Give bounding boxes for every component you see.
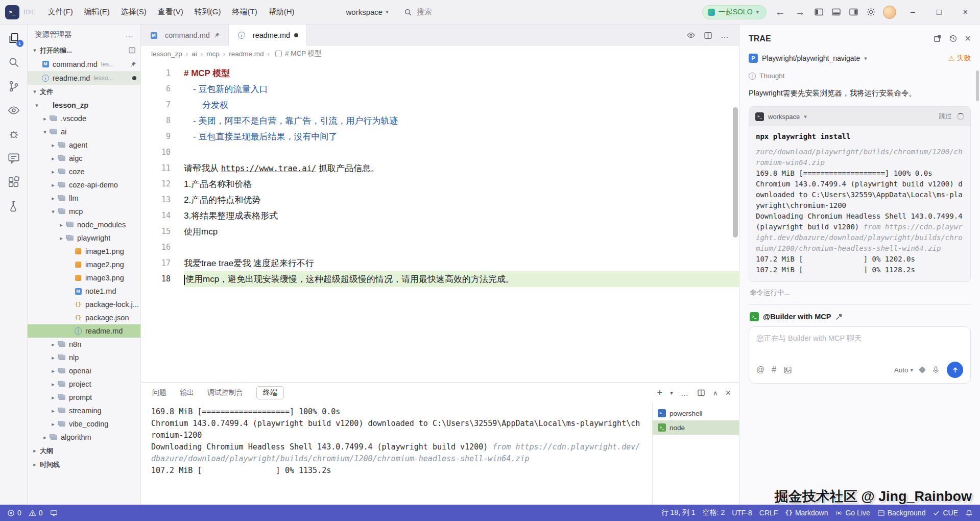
debug-bug-icon[interactable] <box>7 128 20 141</box>
tree-item[interactable]: lesson_zp <box>28 99 140 112</box>
tree-item[interactable]: streaming <box>28 404 140 417</box>
search-sidebar-icon[interactable] <box>7 56 20 69</box>
outline-section-header[interactable]: 大纲 <box>28 444 140 458</box>
attach-image-icon[interactable] <box>783 366 792 374</box>
remote-monitor-indicator[interactable] <box>50 509 58 517</box>
terminal-session[interactable]: node <box>653 420 739 435</box>
pin-icon[interactable] <box>130 61 136 67</box>
tree-item[interactable]: openai <box>28 364 140 377</box>
source-control-icon[interactable] <box>7 80 20 93</box>
panel-tab[interactable]: 终端 <box>256 386 284 399</box>
preview-eye-icon[interactable] <box>7 104 20 117</box>
files-section-header[interactable]: 文件 <box>28 85 140 99</box>
window-close-button[interactable]: × <box>956 6 975 19</box>
back-button[interactable]: ← <box>774 7 786 18</box>
eol-sequence[interactable]: CRLF <box>759 509 778 517</box>
encoding[interactable]: UTF-8 <box>732 509 752 517</box>
editor-line[interactable]: 分发权 <box>184 97 739 113</box>
editor-line[interactable]: - 豆包新的流量入口 <box>184 81 739 97</box>
cue-button[interactable]: CUE <box>933 509 958 517</box>
command-card-output[interactable]: npx playwright installzure/download/play… <box>749 126 970 281</box>
skip-button[interactable]: 跳过 <box>939 112 952 121</box>
url-link[interactable]: https://www.trae.ai/ <box>221 164 317 173</box>
tree-item[interactable]: coze <box>28 165 140 178</box>
tree-item[interactable]: .vscode <box>28 112 140 125</box>
go-live-button[interactable]: Go Live <box>835 509 870 517</box>
toggle-bottom-panel-icon[interactable] <box>831 7 841 17</box>
tree-item[interactable]: playwright <box>28 231 140 245</box>
editor-line[interactable] <box>184 145 739 160</box>
code-editor[interactable]: 16789101112131415161718 # MCP 模型 - 豆包新的流… <box>141 61 739 382</box>
window-minimize-button[interactable]: – <box>903 6 922 19</box>
pin-icon[interactable] <box>214 32 220 38</box>
modified-dot-icon[interactable] <box>294 33 298 37</box>
editor-line[interactable]: - 豆包直接呈现最后结果，没有中间了 <box>184 129 739 145</box>
app-logo[interactable]: >_ <box>5 5 19 19</box>
explorer-icon[interactable]: 1 <box>7 32 20 45</box>
maximize-panel-icon[interactable]: ∧ <box>713 389 718 397</box>
editor-line[interactable]: # MCP 模型 <box>184 65 739 81</box>
toggle-left-panel-icon[interactable] <box>814 7 824 17</box>
editor-line[interactable]: 2.产品的特点和优势 <box>184 192 739 208</box>
editor-line[interactable] <box>184 240 739 255</box>
mic-icon[interactable] <box>931 366 940 374</box>
terminal-dropdown-icon[interactable]: ▾ <box>670 389 673 396</box>
breadcrumb-item[interactable]: lesson_zp <box>151 50 192 58</box>
open-editors-header[interactable]: 打开的编... <box>28 43 140 57</box>
panel-tab[interactable]: 问题 <box>152 388 166 397</box>
tool-call-row[interactable]: P Playwright/playwright_navigate ▾ ⚠ 失败 <box>749 50 971 67</box>
sidebar-more-icon[interactable]: … <box>125 30 134 39</box>
solo-button[interactable]: 一起SOLO ▾ <box>702 5 767 19</box>
new-terminal-icon[interactable]: + <box>657 388 662 398</box>
builder-agent-row[interactable]: @Builder with MCP <box>749 311 971 326</box>
tree-item[interactable]: image3.png <box>28 271 140 285</box>
split-editor-icon[interactable] <box>704 31 712 40</box>
model-mode-dropdown[interactable]: Auto ▾ <box>894 366 913 374</box>
tree-item[interactable]: ai <box>28 125 140 138</box>
open-editors-config-icon[interactable] <box>128 46 136 55</box>
close-chat-icon[interactable]: × <box>965 33 971 44</box>
context-hash-icon[interactable]: # <box>772 365 776 374</box>
tree-item[interactable]: coze-api-demo <box>28 178 140 192</box>
breadcrumb-symbol[interactable]: # MCP 模型 <box>275 49 322 58</box>
menu-item[interactable]: 终端(T) <box>227 5 263 19</box>
tree-item[interactable]: package.json <box>28 311 140 324</box>
split-terminal-icon[interactable] <box>697 389 705 397</box>
thought-row[interactable]: i Thought <box>749 67 971 82</box>
menu-item[interactable]: 文件(F) <box>42 5 79 19</box>
warnings-indicator[interactable]: 0 <box>29 509 43 517</box>
panel-tab[interactable]: 输出 <box>180 388 194 397</box>
editor-line[interactable]: - 美团，阿里不是自营，靠广告，引流，用户行为轨迹 <box>184 113 739 129</box>
avatar[interactable] <box>883 6 896 19</box>
tree-item[interactable]: prompt <box>28 391 140 404</box>
editor-line[interactable]: 3.将结果整理成表格形式 <box>184 208 739 224</box>
chat-comments-icon[interactable] <box>7 152 20 165</box>
tree-item[interactable]: node_modules <box>28 218 140 231</box>
extensions-icon[interactable] <box>7 176 20 189</box>
send-button[interactable] <box>947 362 963 378</box>
terminal-session[interactable]: powershell <box>653 406 739 420</box>
more-actions-icon[interactable]: … <box>721 31 730 40</box>
toggle-right-panel-icon[interactable] <box>848 7 858 17</box>
menu-item[interactable]: 编辑(E) <box>79 5 115 19</box>
close-panel-icon[interactable]: × <box>725 388 731 398</box>
preview-eye-icon[interactable] <box>686 31 696 40</box>
breadcrumb-item[interactable]: readme.md <box>229 50 273 58</box>
tree-item[interactable]: nlp <box>28 351 140 364</box>
editor-line[interactable]: 1.产品名称和价格 <box>184 176 739 192</box>
menu-item[interactable]: 选择(S) <box>115 5 152 19</box>
editor-scrollbar[interactable] <box>733 107 738 238</box>
menu-item[interactable]: 查看(V) <box>152 5 189 19</box>
tree-item[interactable]: project <box>28 377 140 391</box>
panel-tab[interactable]: 调试控制台 <box>207 388 243 397</box>
chat-input[interactable]: 您正在与 Builder with MCP 聊天 @ # Auto ▾ <box>749 326 971 384</box>
breadcrumb-item[interactable]: mcp <box>206 50 229 58</box>
terminal-output[interactable]: 169.8 MiB [===================] 100% 0.0… <box>141 403 652 505</box>
breadcrumb-item[interactable]: ai <box>192 50 206 58</box>
tree-item[interactable]: image1.png <box>28 245 140 258</box>
global-search[interactable]: 搜索 <box>403 7 432 17</box>
tree-item[interactable]: agent <box>28 138 140 152</box>
tree-item[interactable]: mcp <box>28 205 140 218</box>
tree-item[interactable]: note1.md <box>28 285 140 298</box>
test-flask-icon[interactable] <box>7 200 20 213</box>
